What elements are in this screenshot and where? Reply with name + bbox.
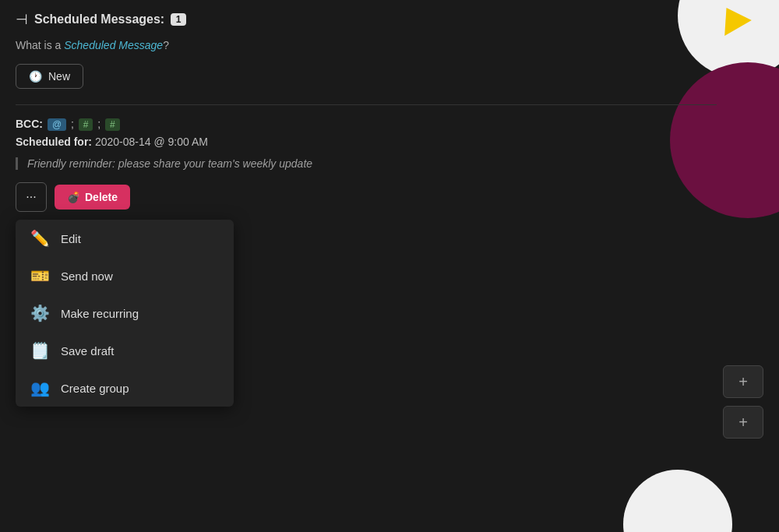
decorative-circle-bottom	[623, 470, 732, 532]
delete-button[interactable]: 💣 Delete	[55, 185, 130, 210]
bcc-semicolon-2: ;	[97, 118, 104, 130]
dropdown-item-icon: ✏️	[30, 229, 50, 248]
what-is-line: What is a Scheduled Message?	[16, 39, 717, 51]
dropdown-item-save-draft[interactable]: 🗒️Save draft	[16, 332, 234, 369]
dropdown-item-edit[interactable]: ✏️Edit	[16, 220, 234, 257]
page-title: Scheduled Messages:	[34, 12, 164, 26]
dropdown-item-make-recurring[interactable]: ⚙️Make recurring	[16, 294, 234, 332]
dropdown-item-icon: 👥	[30, 379, 50, 397]
dropdown-item-label: Save draft	[61, 344, 114, 358]
dropdown-item-send-now[interactable]: 🎫Send now	[16, 257, 234, 294]
new-button-label: New	[48, 70, 70, 83]
dropdown-item-label: Send now	[61, 270, 113, 283]
bcc-hash-1: #	[79, 118, 93, 131]
dropdown-item-label: Create group	[61, 382, 129, 395]
add-button-2[interactable]: +	[723, 406, 763, 439]
message-quote: Friendly reminder: please share your tea…	[16, 157, 717, 170]
dropdown-item-icon: 🗒️	[30, 341, 50, 360]
dropdown-item-label: Edit	[61, 232, 81, 245]
dropdown-item-icon: 🎫	[30, 266, 50, 285]
message-count-badge: 1	[171, 13, 186, 26]
question-mark: ?	[163, 39, 169, 51]
plus-icon-2: +	[738, 414, 748, 432]
bcc-semicolon-1: ;	[71, 118, 77, 130]
dropdown-item-label: Make recurring	[61, 307, 139, 320]
add-button-1[interactable]: +	[723, 365, 763, 398]
right-buttons-panel: + +	[723, 365, 763, 439]
new-button-icon: 🕐	[29, 70, 42, 83]
more-options-button[interactable]: ···	[16, 182, 47, 212]
bcc-label: BCC:	[16, 118, 43, 130]
bcc-line: BCC: @ ; # ; #	[16, 118, 717, 131]
dropdown-item-icon: ⚙️	[30, 304, 50, 322]
delete-icon: 💣	[67, 191, 80, 203]
action-row: ··· 💣 Delete ✏️Edit🎫Send now⚙️Make recur…	[16, 182, 717, 212]
scheduled-line: Scheduled for: 2020-08-14 @ 9:00 AM	[16, 136, 717, 148]
new-button[interactable]: 🕐 New	[16, 64, 83, 89]
plus-icon-1: +	[738, 373, 748, 391]
dropdown-menu: ✏️Edit🎫Send now⚙️Make recurring🗒️Save dr…	[16, 220, 234, 407]
scheduled-value: 2020-08-14 @ 9:00 AM	[95, 136, 208, 148]
message-block: BCC: @ ; # ; # Scheduled for: 2020-08-14…	[16, 118, 717, 148]
scheduled-message-link[interactable]: Scheduled Message	[64, 39, 163, 51]
bcc-at-tag: @	[48, 118, 66, 131]
what-is-text: What is a	[16, 39, 64, 51]
dropdown-item-create-group[interactable]: 👥Create group	[16, 369, 234, 407]
bcc-hash-2: #	[105, 118, 120, 131]
quote-text: Friendly reminder: please share your tea…	[27, 157, 312, 170]
scheduled-messages-icon: ⊣	[16, 11, 28, 28]
page-header: ⊣ Scheduled Messages: 1	[16, 11, 717, 28]
scheduled-label: Scheduled for:	[16, 136, 92, 148]
more-dots-icon: ···	[26, 190, 36, 204]
delete-label: Delete	[85, 191, 118, 203]
divider-1	[16, 104, 717, 105]
